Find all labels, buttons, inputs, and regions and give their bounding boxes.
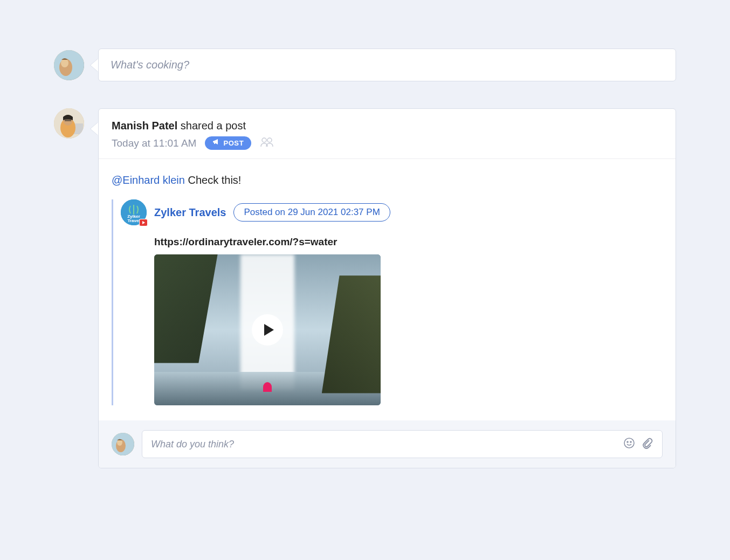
post-header: Manish Patel shared a post Today at 11:0… (99, 109, 676, 159)
svg-point-2 (61, 59, 68, 67)
youtube-badge-icon (139, 219, 148, 226)
svg-marker-13 (142, 221, 145, 224)
embed-block: Zylker Travel Zylker Travels Posted on 2… (112, 199, 663, 405)
comment-user-avatar[interactable] (112, 433, 134, 455)
comment-input[interactable]: What do you think? (142, 430, 663, 458)
post-author-name[interactable]: Manish Patel (112, 120, 177, 132)
embed-posted-date: Posted on 29 Jun 2021 02:37 PM (233, 203, 390, 222)
post-author-avatar[interactable] (54, 108, 84, 139)
svg-text:Travel: Travel (127, 218, 140, 223)
post-timestamp: Today at 11:01 AM (112, 137, 196, 149)
attachment-icon[interactable] (642, 437, 653, 451)
post-badge-label: POST (223, 139, 244, 147)
svg-point-19 (630, 441, 631, 443)
post-text: @Einhard klein Check this! (112, 174, 663, 186)
post-title: Manish Patel shared a post (112, 120, 663, 132)
comment-area: What do you think? (99, 420, 676, 468)
composer-arrow (91, 59, 98, 72)
svg-point-17 (624, 438, 634, 448)
embed-url[interactable]: https://ordinarytraveler.com/?s=water (154, 236, 663, 248)
mention-link[interactable]: @Einhard klein (112, 174, 185, 186)
embed-source-name[interactable]: Zylker Travels (154, 206, 226, 219)
video-thumbnail[interactable] (154, 254, 381, 405)
composer-input[interactable]: What's cooking? (98, 49, 676, 81)
embed-header: Zylker Travel Zylker Travels Posted on 2… (121, 199, 663, 225)
post-type-badge[interactable]: POST (205, 136, 251, 150)
play-button[interactable] (252, 314, 283, 345)
megaphone-icon (212, 139, 220, 147)
svg-rect-7 (65, 119, 71, 121)
composer-row: What's cooking? (54, 49, 676, 81)
post-card: Manish Patel shared a post Today at 11:0… (98, 108, 676, 468)
post-message: Check this! (188, 174, 242, 186)
post-meta: Today at 11:01 AM POST (112, 136, 663, 150)
svg-point-8 (262, 138, 266, 142)
post-action-text: shared a post (181, 120, 246, 132)
svg-point-9 (267, 138, 272, 142)
play-icon (264, 324, 274, 336)
svg-point-18 (627, 441, 628, 443)
comment-placeholder: What do you think? (151, 439, 234, 450)
people-icon[interactable] (260, 137, 274, 150)
post-row: Manish Patel shared a post Today at 11:0… (54, 108, 676, 468)
smile-icon[interactable] (623, 437, 635, 451)
post-arrow (91, 122, 98, 135)
comment-icons (623, 437, 653, 451)
current-user-avatar[interactable] (54, 50, 84, 80)
post-body: @Einhard klein Check this! Zylker Travel (99, 159, 676, 420)
embed-content: https://ordinarytraveler.com/?s=water (121, 236, 663, 405)
composer-placeholder: What's cooking? (111, 59, 189, 71)
embed-source-avatar[interactable]: Zylker Travel (121, 199, 147, 225)
